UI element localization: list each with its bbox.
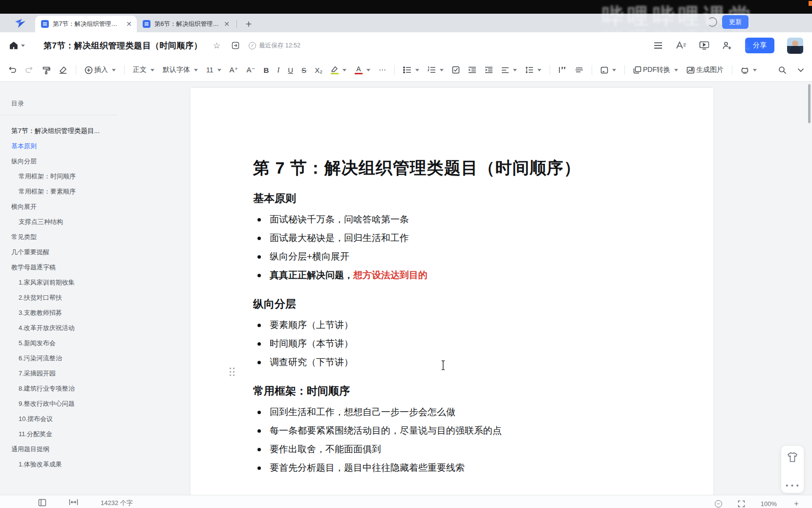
underline-icon[interactable]: U xyxy=(288,66,293,74)
indent-icon[interactable] xyxy=(485,66,493,73)
toc-item[interactable]: 支撑点三种结构 xyxy=(11,214,133,229)
decrease-font-icon[interactable]: A⁻ xyxy=(246,66,255,74)
document-page[interactable]: 第 7 节：解决组织管理类题目（时间顺序） 基本原则面试秘诀千万条，问啥答啥第一… xyxy=(191,88,713,495)
status-bar: 14232 个字 − 100% ＋ xyxy=(0,495,812,508)
undo-icon[interactable] xyxy=(8,66,17,74)
star-icon[interactable]: ☆ xyxy=(213,41,220,51)
divider-block-icon[interactable] xyxy=(575,67,583,73)
chevron-down-icon xyxy=(674,69,678,71)
outdent-icon[interactable] xyxy=(468,66,476,73)
toc-item[interactable]: 纵向分层 xyxy=(11,154,133,169)
share-button[interactable]: 分享 xyxy=(745,38,774,53)
page-setup-button[interactable] xyxy=(600,66,616,74)
more-icon[interactable]: • • • xyxy=(786,484,799,487)
font-size-select[interactable]: 11 xyxy=(206,66,221,74)
clear-format-icon[interactable] xyxy=(59,66,67,74)
collapse-toolbar-icon[interactable] xyxy=(797,68,804,72)
strikethrough-icon[interactable]: S xyxy=(301,66,306,74)
chevron-down-icon xyxy=(150,69,154,71)
align-button[interactable] xyxy=(501,67,517,73)
toc-item[interactable]: 常用框架：时间顺序 xyxy=(11,169,133,184)
block-drag-handle[interactable] xyxy=(229,367,235,376)
increase-font-icon[interactable]: A⁺ xyxy=(230,66,238,74)
toc-item[interactable]: 1.体验改革成果 xyxy=(11,457,133,472)
toc-item[interactable]: 5.新闻发布会 xyxy=(11,335,133,351)
close-icon[interactable]: ✕ xyxy=(126,20,132,28)
more-formats-icon[interactable]: ⋯ xyxy=(379,66,386,74)
toc-item[interactable]: 通用题目提纲 xyxy=(11,442,133,457)
toc-item[interactable]: 8.建筑行业专项整治 xyxy=(11,381,133,396)
toc-item[interactable]: 6.污染河流整治 xyxy=(11,351,133,366)
open-in-new-icon[interactable] xyxy=(231,41,240,50)
window-top-strip xyxy=(0,0,812,14)
tab-doc-6[interactable]: 第6节：解决组织管理类... ✕ xyxy=(137,16,235,32)
toc-item[interactable]: 常见类型 xyxy=(11,229,133,244)
italic-icon[interactable]: I xyxy=(277,66,279,74)
toc-item[interactable]: 1.家风家训前期收集 xyxy=(11,275,133,290)
toc-item[interactable]: 4.改革开放庆祝活动 xyxy=(11,320,133,335)
home-button[interactable] xyxy=(9,41,25,50)
toc-item[interactable]: 11.分配奖金 xyxy=(11,426,133,442)
side-widget-panel: • • • xyxy=(781,446,804,493)
chevron-down-icon xyxy=(112,69,116,71)
numbered-list-button[interactable] xyxy=(427,66,444,73)
bullet-list-button[interactable] xyxy=(403,66,419,73)
refresh-icon[interactable] xyxy=(707,17,717,27)
theme-tshirt-icon[interactable] xyxy=(787,452,798,463)
fit-width-icon[interactable] xyxy=(69,499,78,506)
update-button[interactable]: 更新 xyxy=(722,15,748,29)
outline-icon[interactable] xyxy=(676,41,686,50)
fullscreen-icon[interactable] xyxy=(738,500,745,508)
chevron-down-icon xyxy=(415,69,419,71)
format-painter-icon[interactable] xyxy=(42,66,50,74)
toc-item[interactable]: 基本原则 xyxy=(11,138,133,154)
font-family-select[interactable]: 默认字体 xyxy=(163,66,198,74)
zoom-out-icon[interactable]: − xyxy=(715,500,722,508)
chevron-down-icon xyxy=(513,69,517,71)
toc-item[interactable]: 9.整改行政中心问题 xyxy=(11,396,133,411)
new-tab-icon[interactable]: ＋ xyxy=(244,19,254,28)
chevron-down-icon xyxy=(612,69,616,71)
lark-logo-icon[interactable] xyxy=(14,17,26,30)
chevron-down-icon xyxy=(537,69,541,71)
search-icon[interactable] xyxy=(778,66,787,74)
add-collaborator-icon[interactable] xyxy=(722,41,732,50)
toc-item[interactable]: 3.支教教师招募 xyxy=(11,305,133,320)
toc-item[interactable]: 10.摆布会议 xyxy=(11,411,133,426)
toc-item[interactable]: 第7节：解决组织管理类题目... xyxy=(11,123,133,138)
toc-item[interactable]: 教学母题逐字稿 xyxy=(11,260,133,275)
bullet-list: 要素顺序（上节讲）时间顺序（本节讲）调查研究（下节讲） xyxy=(253,316,679,372)
font-color-button[interactable]: A xyxy=(355,66,370,74)
tab-label: 第6节：解决组织管理类... xyxy=(154,20,220,28)
toc-item[interactable]: 常用框架：要素顺序 xyxy=(11,184,133,199)
toc-item[interactable]: 2.扶贫对口帮扶 xyxy=(11,290,133,305)
font-label: 默认字体 xyxy=(163,66,190,74)
avatar[interactable] xyxy=(787,38,803,54)
menu-icon[interactable] xyxy=(653,42,663,49)
generate-image-button[interactable]: 生成图片 xyxy=(686,66,724,74)
toc-item[interactable]: 7.采摘园开园 xyxy=(11,366,133,381)
pdf-convert-button[interactable]: PDF转换 xyxy=(633,66,678,74)
tab-doc-7[interactable]: 第7节：解决组织管理类... ✕ xyxy=(35,16,137,32)
bold-icon[interactable]: B xyxy=(263,66,269,74)
scrollbar-thumb[interactable] xyxy=(808,84,811,123)
highlight-color-button[interactable] xyxy=(331,66,346,74)
line-spacing-button[interactable] xyxy=(525,66,541,73)
toc-item[interactable]: 几个重要提醒 xyxy=(11,244,133,260)
text-segment: 时间顺序（本节讲） xyxy=(270,338,353,349)
toc-list: 第7节：解决组织管理类题目...基本原则纵向分层常用框架：时间顺序常用框架：要素… xyxy=(11,123,181,472)
paragraph-style-select[interactable]: 正文 xyxy=(133,66,154,74)
zoom-in-icon[interactable]: ＋ xyxy=(792,499,800,508)
toc-sidebar: 目录 第7节：解决组织管理类题目...基本原则纵向分层常用框架：时间顺序常用框架… xyxy=(0,82,181,495)
insert-button[interactable]: 插入 xyxy=(85,66,116,74)
close-icon[interactable]: ✕ xyxy=(224,20,230,28)
presentation-icon[interactable] xyxy=(699,41,709,50)
widget-button[interactable] xyxy=(741,66,757,74)
toc-item[interactable]: 横向展开 xyxy=(11,199,133,214)
quote-icon[interactable] xyxy=(558,66,567,73)
text-segment: 面试秘诀千万条，问啥答啥第一条 xyxy=(270,214,409,224)
checklist-icon[interactable] xyxy=(452,66,460,74)
redo-icon[interactable] xyxy=(25,66,34,74)
thumbnail-icon[interactable] xyxy=(38,499,46,507)
subscript-icon[interactable]: X₂ xyxy=(315,66,322,74)
